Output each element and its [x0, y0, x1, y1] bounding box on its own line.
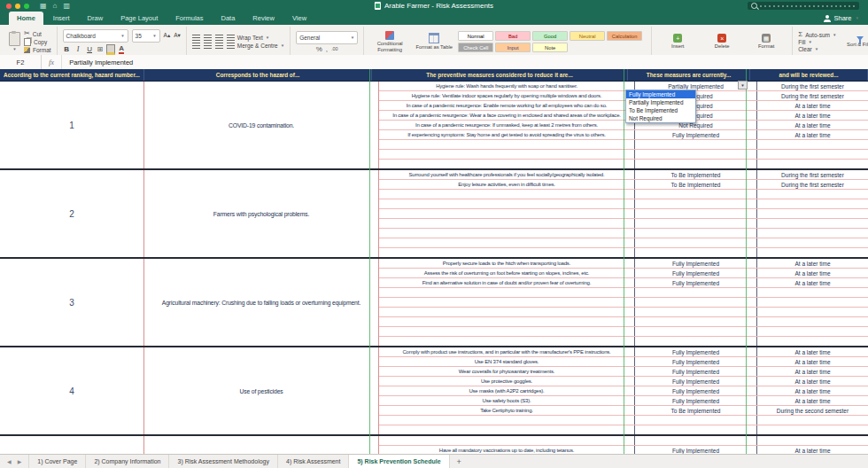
review-cell[interactable] [757, 238, 868, 247]
autosum-button[interactable]: Σ Auto-sum ▼ [798, 31, 836, 38]
borders-button[interactable]: ⊞ [97, 46, 104, 53]
font-name-select[interactable]: Chalkboard ▼ [63, 29, 128, 43]
review-cell[interactable]: During the first semester [757, 91, 868, 100]
status-cell[interactable] [635, 190, 757, 199]
review-cell[interactable]: At a later time [757, 357, 868, 366]
ribbon-tab-home[interactable]: Home [9, 12, 43, 25]
review-cell[interactable] [757, 248, 868, 257]
measure-cell[interactable]: Take Certiphyto training. [379, 406, 635, 415]
merge-centre-button[interactable]: Merge & Centre ▼ [227, 43, 284, 49]
measure-cell[interactable] [379, 425, 635, 434]
review-cell[interactable] [757, 327, 868, 336]
review-cell[interactable] [757, 229, 868, 238]
comma-style-button[interactable]: , [326, 46, 328, 53]
percent-style-button[interactable]: % [316, 46, 322, 53]
measure-cell[interactable] [379, 219, 635, 228]
ribbon-tab-review[interactable]: Review [244, 12, 283, 25]
hazard-number-cell[interactable]: 4 [0, 347, 144, 434]
review-cell[interactable]: During the first semester [757, 82, 868, 90]
add-sheet-button[interactable]: + [450, 455, 469, 468]
hazard-number-cell[interactable]: 5 [0, 436, 144, 455]
status-cell[interactable] [635, 209, 757, 218]
align-center-icon[interactable] [204, 43, 212, 49]
sheet-tab-3-risk-assessment-methodology[interactable]: 3) Risk Assessment Methodology [169, 455, 278, 468]
align-middle-icon[interactable] [204, 35, 212, 41]
measure-cell[interactable] [379, 160, 635, 168]
measure-cell[interactable] [379, 327, 635, 336]
status-cell[interactable] [635, 160, 757, 168]
hazard-number-cell[interactable]: 2 [0, 170, 144, 257]
measure-cell[interactable] [379, 190, 635, 199]
sort-filter-button[interactable]: Sort & Filter [840, 36, 868, 47]
grid-icon[interactable]: ▦ [40, 3, 47, 10]
measure-cell[interactable] [379, 238, 635, 247]
ribbon-tab-data[interactable]: Data [213, 12, 244, 25]
cell-style-normal[interactable]: Normal [458, 31, 493, 41]
review-cell[interactable] [757, 317, 868, 326]
review-cell[interactable]: At a later time [757, 386, 868, 395]
status-cell[interactable] [635, 248, 757, 257]
align-top-icon[interactable] [192, 35, 200, 41]
copy-button[interactable]: Copy [24, 38, 51, 46]
review-cell[interactable] [757, 308, 868, 316]
review-cell[interactable] [757, 190, 868, 199]
decimals-button[interactable]: .00 [331, 47, 338, 52]
measure-cell[interactable] [379, 229, 635, 238]
cell-style-check-cell[interactable]: Check Cell [458, 43, 493, 52]
measure-cell[interactable] [379, 317, 635, 326]
wrap-text-button[interactable]: Wrap Text ▼ [227, 35, 270, 41]
cell-dropdown-arrow[interactable]: ▼ [738, 81, 748, 90]
review-cell[interactable] [757, 150, 868, 159]
review-cell[interactable] [757, 337, 868, 346]
save-icon[interactable]: ▥ [63, 3, 70, 10]
dropdown-option-fully-implemented[interactable]: Fully Implemented [626, 90, 695, 98]
hazard-cell[interactable]: Agricultural machinery: Crushing due to … [144, 259, 379, 346]
fill-color-button[interactable] [106, 44, 115, 55]
share-button[interactable]: Share ▼ [824, 14, 859, 22]
review-cell[interactable]: During the first semester [757, 170, 868, 179]
status-cell[interactable]: Fully Implemented [635, 347, 757, 356]
font-color-button[interactable]: A [119, 45, 124, 54]
status-cell[interactable] [635, 436, 757, 445]
status-cell[interactable]: To Be Implemented [635, 406, 757, 415]
close-window-button[interactable] [6, 4, 12, 9]
measure-cell[interactable]: In case of a pandemic resurgence: Wear a… [379, 111, 635, 120]
review-cell[interactable] [757, 219, 868, 228]
measure-cell[interactable]: Use protective goggles. [379, 377, 635, 386]
status-cell[interactable]: Fully Implemented [635, 130, 757, 139]
zoom-window-button[interactable] [24, 4, 29, 9]
status-cell[interactable] [635, 317, 757, 326]
measure-cell[interactable] [379, 436, 635, 445]
review-cell[interactable] [757, 288, 868, 297]
review-cell[interactable]: During the second semester [757, 406, 868, 415]
delete-cells-button[interactable]: × Delete [701, 34, 742, 49]
review-cell[interactable] [757, 209, 868, 218]
measure-cell[interactable] [379, 288, 635, 297]
review-cell[interactable]: At a later time [757, 278, 868, 287]
hazard-cell[interactable]: Farmers with psychological problems. [144, 170, 379, 257]
measure-cell[interactable]: Use EN 374 standard gloves. [379, 357, 635, 366]
status-cell[interactable]: Fully Implemented [635, 259, 757, 268]
minimize-window-button[interactable] [15, 4, 20, 9]
measure-cell[interactable] [379, 416, 635, 425]
measure-cell[interactable]: Hygiene rule: Wash hands frequently with… [379, 82, 635, 90]
decrease-font-button[interactable]: A▾ [174, 32, 181, 39]
ribbon-tab-formulas[interactable]: Formulas [167, 12, 211, 25]
status-cell[interactable] [635, 425, 757, 434]
measure-cell[interactable] [379, 150, 635, 159]
review-cell[interactable]: At a later time [757, 269, 868, 277]
align-bottom-icon[interactable] [215, 35, 223, 41]
status-cell[interactable] [635, 288, 757, 297]
measure-cell[interactable]: Enjoy leisure activities, even in diffic… [379, 180, 635, 189]
measure-cell[interactable]: Surround yourself with healthcare profes… [379, 170, 635, 179]
prev-sheet-icon[interactable]: ◀ [7, 458, 12, 464]
increase-font-button[interactable]: A▴ [164, 32, 171, 39]
measure-cell[interactable] [379, 298, 635, 307]
format-as-table-button[interactable]: Format as Table [414, 33, 454, 50]
ribbon-tab-draw[interactable]: Draw [80, 12, 112, 25]
review-cell[interactable]: At a later time [757, 111, 868, 120]
status-cell[interactable]: Fully Implemented [635, 377, 757, 386]
cell-style-good[interactable]: Good [532, 31, 568, 41]
cell-style-calculation[interactable]: Calculation [607, 31, 642, 41]
status-cell[interactable] [635, 337, 757, 346]
